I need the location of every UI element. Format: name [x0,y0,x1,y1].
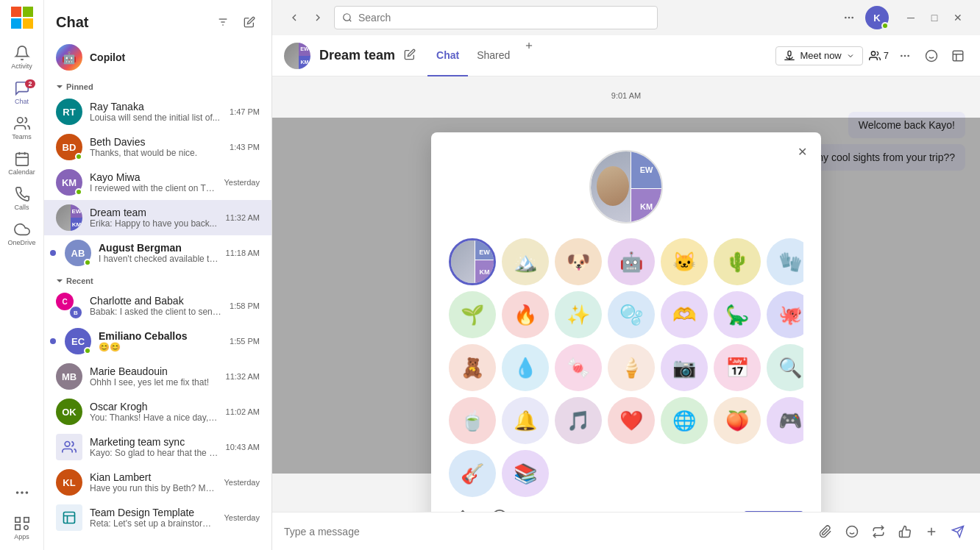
chat-emoji-button[interactable] [921,46,942,66]
emoji-input-icon[interactable] [842,521,862,542]
nav-onedrive[interactable]: OneDrive [6,218,38,250]
chat-item-kayo[interactable]: KM Kayo Miwa I reviewed with the client … [44,165,271,200]
avatar-emiliano: EC [65,328,91,354]
svg-rect-3 [23,18,33,29]
modal-close-button[interactable]: ✕ [792,141,812,162]
tab-chat[interactable]: Chat [427,35,468,76]
search-placeholder: Search [358,12,391,24]
attach-icon[interactable] [815,521,836,542]
sticker-item-s11[interactable]: 🫧 [608,291,655,338]
forward-button[interactable] [308,7,328,28]
add-tab-button[interactable] [519,35,539,56]
sticker-item-s18[interactable]: 🍦 [608,344,655,391]
sticker-item-s10[interactable]: ✨ [555,291,602,338]
sticker-item-s15[interactable]: 🧸 [449,344,496,391]
sticker-item-s22[interactable]: 🍵 [449,397,496,444]
nav-calendar[interactable]: Calendar [6,147,38,179]
filter-button[interactable] [213,12,233,32]
add-icon[interactable] [921,521,942,542]
sticker-item-s28[interactable]: 🎮 [767,397,803,444]
sticker-item-s20[interactable]: 📅 [714,344,761,391]
chat-layout-button[interactable] [948,46,968,66]
sticker-item-s19[interactable]: 📷 [661,344,708,391]
sticker-item-s27[interactable]: 🍑 [714,397,761,444]
minimize-button[interactable]: ─ [901,7,921,28]
svg-rect-5 [15,154,28,166]
loop-icon[interactable] [868,521,889,542]
nav-more[interactable] [6,476,38,509]
like-icon[interactable] [895,521,915,542]
avatar-charlotte: C B [56,293,82,319]
message-input[interactable] [284,526,809,538]
sticker-item-s16[interactable]: 💧 [502,344,549,391]
chat-item-kian[interactable]: KL Kian Lambert Have you run this by Bet… [44,465,271,500]
modal-overlay: ✕ EW KM [272,118,980,474]
tab-shared[interactable]: Shared [468,35,519,76]
send-icon[interactable] [948,521,968,542]
user-avatar[interactable]: K [865,6,889,29]
sticker-item-s1[interactable]: EW KM [449,238,496,285]
sticker-item-s3[interactable]: 🐶 [555,238,602,285]
close-button[interactable]: ✕ [948,7,968,28]
sticker-item-s12[interactable]: 🫶 [661,291,708,338]
nav-chat[interactable]: 2 Chat [6,76,38,109]
sticker-item-s7[interactable]: 🧤 [767,238,803,285]
sticker-item-s2[interactable]: 🏔️ [502,238,549,285]
sticker-item-s14[interactable]: 🐙 [767,291,803,338]
copilot-item[interactable]: 🤖 Copilot [44,38,271,76]
search-bar[interactable]: Search [334,6,658,29]
svg-rect-20 [64,512,75,524]
chat-item-marie[interactable]: MB Marie Beaudouin Ohhh I see, yes let m… [44,359,271,394]
sticker-item-s4[interactable]: 🤖 [608,238,655,285]
nav-calls[interactable]: Calls [6,182,38,215]
sticker-item-s23[interactable]: 🔔 [502,397,549,444]
chat-item-august[interactable]: AB August Bergman I haven't checked avai… [44,235,271,271]
sticker-item-s6[interactable]: 🌵 [714,238,761,285]
chat-item-oscar[interactable]: OK Oscar Krogh You: Thanks! Have a nice … [44,394,271,429]
edit-title-button[interactable] [404,49,416,63]
meet-now-button[interactable]: Meet now [775,46,862,65]
back-button[interactable] [284,7,305,28]
compose-button[interactable] [239,12,260,32]
status-online-kayo [75,188,82,196]
sticker-item-s9[interactable]: 🔥 [502,291,549,338]
sticker-item-s5[interactable]: 🐱 [661,238,708,285]
chat-item-marketing[interactable]: Marketing team sync Kayo: So glad to hea… [44,429,271,465]
recent-section-label[interactable]: Recent [44,271,271,288]
upload-button[interactable]: Upload [449,509,477,512]
nav-apps[interactable]: Apps [6,512,38,544]
chat-item-emiliano[interactable]: EC Emiliano Ceballos 😊😊 1:55 PM [44,324,271,359]
sticker-item-s26[interactable]: 🌐 [661,397,708,444]
sticker-item-s8[interactable]: 🌱 [449,291,496,338]
participants-count: 7 [884,50,889,61]
save-button[interactable]: Save [744,511,803,512]
sticker-item-s13[interactable]: 🦕 [714,291,761,338]
chat-item-beth[interactable]: BD Beth Davies Thanks, that would be nic… [44,129,271,165]
participants-button[interactable]: 7 [869,50,889,62]
nav-teams[interactable]: Teams [6,112,38,144]
svg-point-30 [871,51,875,55]
chat-item-dream[interactable]: EW KM Dream team Erika: Happy to have yo… [44,200,271,235]
sticker-item-s29[interactable]: 🎸 [449,450,496,497]
sticker-item-s17[interactable]: 🍬 [555,344,602,391]
copilot-name: Copilot [90,51,125,63]
sticker-item-s21[interactable]: 🔍 [767,344,803,391]
nav-activity[interactable]: Activity [6,41,38,74]
chat-time-kayo: Yesterday [224,178,260,187]
chat-item-teamdesign[interactable]: Team Design Template Reta: Let's set up … [44,500,271,535]
chat-item-charlotte[interactable]: C B Charlotte and Babak Babak: I asked t… [44,288,271,324]
svg-rect-13 [24,518,28,522]
emoji-button[interactable]: Emoji [489,509,511,512]
sticker-item-s30[interactable]: 📚 [502,450,549,497]
maximize-button[interactable]: □ [924,7,945,28]
sticker-item-s24[interactable]: 🎵 [555,397,602,444]
sticker-item-s25[interactable]: ❤️ [608,397,655,444]
chat-time-teamdesign: Yesterday [224,513,260,522]
chat-item-ray[interactable]: RT Ray Tanaka Louisa will send the initi… [44,94,271,129]
more-options-button[interactable] [839,7,859,28]
modal-footer: Upload Emoji Save [449,509,803,512]
chat-more-button[interactable] [895,46,915,66]
nav-onedrive-label: OneDrive [7,239,35,246]
pinned-section-label[interactable]: Pinned [44,76,271,94]
svg-point-32 [904,54,906,57]
